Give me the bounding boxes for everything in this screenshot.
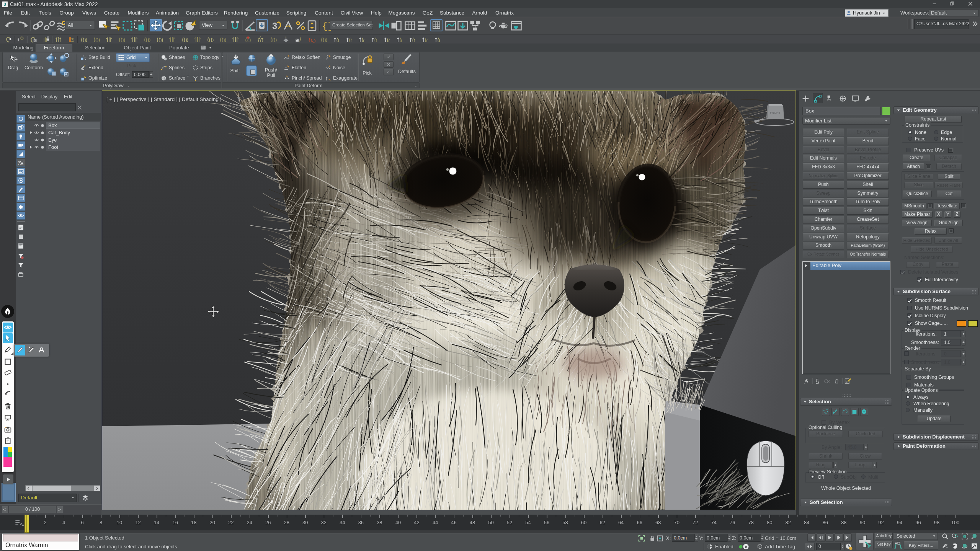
svg-text:i: i [18,37,19,42]
svg-text:3: 3 [272,21,277,31]
svg-text:0: 0 [745,545,747,549]
svg-text:3: 3 [4,2,6,7]
svg-text:FRONT: FRONT [770,111,781,114]
svg-text:[ + ] [ Perspective ] [ Standa: [ + ] [ Perspective ] [ Standard ] [ Def… [106,96,222,102]
